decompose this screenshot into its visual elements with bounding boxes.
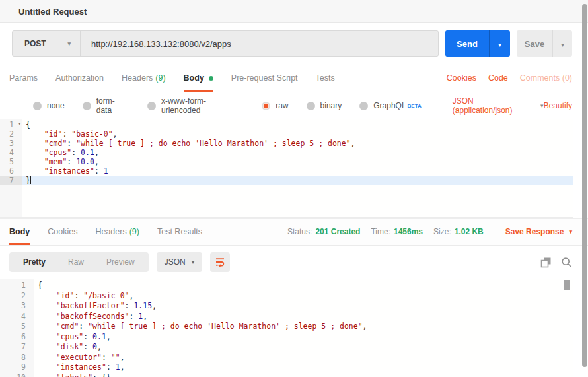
body-type-label: GraphQL [373, 101, 406, 110]
send-button[interactable]: Send [445, 30, 489, 57]
response-language-label: JSON [165, 257, 186, 267]
request-body-editor[interactable]: 1▾234567 { "id": "basic-0", "cmd": "whil… [0, 119, 573, 218]
body-type-label: x-www-form-urlencoded [161, 96, 244, 115]
radio-icon [33, 102, 42, 110]
code-line: } [22, 176, 573, 185]
request-titlebar: Untitled Request [0, 0, 588, 23]
response-tabs: BodyCookiesHeaders(9)Test Results [9, 219, 220, 245]
method-select[interactable]: POST ▾ [13, 31, 80, 56]
save-button[interactable]: Save [517, 30, 552, 57]
response-toolbar-icons [540, 257, 572, 268]
body-type-options: noneform-datax-www-form-urlencodedrawbin… [33, 96, 439, 115]
code-line: "labels": {}, [38, 373, 573, 377]
search-icon [561, 257, 572, 268]
line-number: 7 [0, 176, 22, 185]
view-mode-preview[interactable]: Preview [95, 257, 146, 267]
chevron-down-icon: ▾ [498, 42, 501, 48]
code-line: "mem": 10.0, [26, 157, 573, 166]
divider [496, 224, 496, 239]
tab-headers[interactable]: Headers(9) [122, 64, 166, 92]
view-mode-pretty[interactable]: Pretty [12, 257, 57, 267]
line-number: 1▾ [0, 120, 22, 129]
tab-authorization[interactable]: Authorization [55, 64, 104, 92]
tab-count-badge: (9) [129, 227, 139, 236]
body-type-x-www-form-urlencoded[interactable]: x-www-form-urlencoded [147, 96, 244, 115]
text-cursor [30, 176, 31, 184]
response-header: BodyCookiesHeaders(9)Test Results Status… [0, 218, 588, 246]
line-number: 1 [0, 281, 34, 291]
tab-count-badge: (9) [155, 73, 165, 83]
response-tab-body[interactable]: Body [9, 219, 30, 245]
time-label: Time: [371, 227, 390, 236]
view-mode-raw[interactable]: Raw [57, 257, 95, 267]
radio-icon [262, 102, 270, 110]
line-number: 6 [0, 166, 22, 176]
code-line: "id": "basic-0", [26, 129, 573, 139]
link-comments-0[interactable]: Comments (0) [520, 73, 572, 83]
code-line: "instances": 1, [38, 362, 573, 373]
url-input[interactable]: http://192.168.133.132:8080/v2/apps [81, 39, 438, 49]
send-options-button[interactable]: ▾ [489, 30, 510, 57]
line-number: 4 [0, 148, 22, 157]
body-type-raw[interactable]: raw [262, 101, 288, 110]
save-response-label: Save Response [505, 227, 564, 236]
beautify-link[interactable]: Beautify [544, 101, 572, 110]
line-number: 5 [0, 322, 34, 332]
tab-label: Tests [316, 73, 335, 83]
body-type-form-data[interactable]: form-data [83, 96, 129, 115]
search-button[interactable] [561, 257, 572, 268]
response-scrollbar-track [564, 279, 564, 377]
chevron-down-icon: ▾ [192, 259, 195, 265]
response-scrollbar[interactable] [564, 280, 570, 290]
chevron-down-icon: ▾ [569, 228, 572, 235]
code-line: "executor": "", [38, 353, 573, 363]
radio-icon [307, 102, 315, 110]
response-tab-test-results[interactable]: Test Results [157, 219, 202, 245]
code-area[interactable]: { "id": "basic-0", "cmd": "while [ true … [22, 119, 573, 217]
response-body-viewer: 12345678910 { "id": "/basic-0", "backoff… [0, 279, 573, 377]
body-type-none[interactable]: none [33, 101, 65, 110]
size-value: 1.02 KB [455, 227, 484, 236]
line-number: 6 [0, 332, 34, 343]
wrap-text-button[interactable] [210, 252, 230, 272]
tab-params[interactable]: Params [9, 64, 38, 92]
status-value: 201 Created [315, 227, 360, 236]
response-language-select[interactable]: JSON ▾ [157, 252, 203, 272]
content-type-select[interactable]: JSON (application/json) ▾ [453, 96, 544, 115]
copy-button[interactable] [540, 257, 552, 268]
tab-label: Cookies [48, 227, 77, 236]
code-line: "disk": 0, [38, 342, 573, 353]
tab-tests[interactable]: Tests [316, 64, 335, 92]
code-area: { "id": "/basic-0", "backoffFactor": 1.1… [34, 279, 573, 377]
tab-label: Authorization [55, 73, 104, 83]
response-status-group: Status: 201 Created Time: 1456ms Size: 1… [287, 219, 572, 245]
body-type-label: raw [276, 101, 288, 110]
response-tab-cookies[interactable]: Cookies [48, 219, 77, 245]
size-label: Size: [433, 227, 451, 236]
radio-icon [83, 102, 91, 110]
response-tab-headers[interactable]: Headers(9) [95, 219, 139, 245]
code-line: { [26, 120, 573, 129]
view-mode-segmented-control: PrettyRawPreview [9, 252, 149, 272]
body-type-binary[interactable]: binary [307, 101, 342, 110]
method-url-group: POST ▾ http://192.168.133.132:8080/v2/ap… [12, 30, 439, 57]
tab-label: Body [184, 73, 204, 83]
window-scrollbar[interactable] [582, 4, 587, 367]
link-code[interactable]: Code [488, 73, 508, 83]
tab-pre-request-script[interactable]: Pre-request Script [231, 64, 298, 92]
tab-body[interactable]: Body [184, 64, 213, 92]
code-line: "id": "/basic-0", [38, 291, 573, 302]
tab-label: Test Results [157, 227, 202, 236]
link-cookies[interactable]: Cookies [447, 73, 476, 83]
save-response-button[interactable]: Save Response ▾ [505, 227, 572, 236]
time-value: 1456ms [394, 227, 423, 236]
save-options-button[interactable]: ▾ [552, 30, 572, 57]
line-number: 2 [0, 129, 22, 139]
body-type-graphql[interactable]: GraphQLBETA [359, 101, 422, 110]
code-line: "cpus": 0.1, [26, 148, 573, 157]
tab-label: Params [9, 73, 38, 83]
fold-caret-icon[interactable]: ▾ [18, 120, 21, 129]
postman-request-window: Untitled Request POST ▾ http://192.168.1… [0, 0, 588, 377]
response-view-bar: PrettyRawPreview JSON ▾ [0, 246, 588, 279]
body-type-label: none [47, 101, 65, 110]
